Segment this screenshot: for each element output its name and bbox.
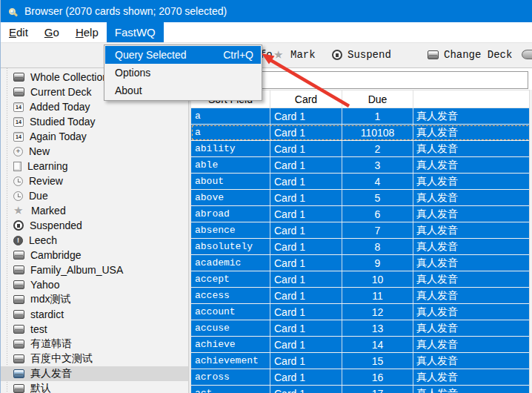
table-row[interactable]: accountCard 112真人发音 [191, 304, 532, 320]
sidebar-item-有道韩语[interactable]: 有道韩语 [1, 337, 188, 351]
sidebar-item-label: Due [29, 190, 48, 202]
table-row[interactable]: aboveCard 15真人发音 [191, 190, 532, 206]
cell-sort: above [191, 190, 270, 205]
deck-icon [13, 384, 24, 393]
menu-item-label: Query Selected [115, 49, 187, 61]
magnifier-icon [9, 8, 16, 15]
table-row[interactable]: aboutCard 14真人发音 [191, 174, 532, 190]
cell-deck: 真人发音 [413, 206, 532, 222]
menu-item-shortcut: Ctrl+Q [223, 49, 253, 61]
sidebar-item-label: Added Today [30, 101, 90, 113]
suspend-button[interactable]: Suspend [332, 43, 391, 67]
page-icon [13, 162, 21, 171]
sidebar-item-默认[interactable]: 默认 [1, 381, 188, 393]
cell-deck: 真人发音 [413, 337, 532, 352]
cell-due: 5 [342, 190, 413, 205]
sidebar-item-marked[interactable]: ★Marked [1, 203, 188, 218]
table-row[interactable]: aCard 11真人发音 [191, 108, 532, 125]
calendar-icon [13, 102, 24, 112]
table-row[interactable]: academicCard 19真人发音 [191, 255, 532, 271]
table-row[interactable]: achievementCard 115真人发音 [191, 353, 532, 369]
sidebar-item-真人发音[interactable]: 真人发音 [1, 366, 188, 381]
table-row[interactable]: accessCard 111真人发音 [191, 288, 532, 304]
sidebar-item-mdx测试[interactable]: mdx测试 [1, 292, 188, 307]
sidebar-item-label: 默认 [30, 382, 51, 393]
sidebar-item-family-album-usa[interactable]: Family_Album_USA [1, 262, 188, 277]
table-row[interactable]: abilityCard 12真人发音 [191, 141, 532, 157]
sidebar-item-again-today[interactable]: Again Today [1, 129, 188, 144]
menu-item-options[interactable]: Options [105, 64, 261, 82]
plus-circle-icon [13, 147, 23, 156]
menu-fastwq[interactable]: FastWQ [107, 22, 164, 42]
sidebar-item-leech[interactable]: Leech [1, 233, 188, 248]
cell-card: Card 1 [270, 206, 342, 222]
sidebar-item-yahoo[interactable]: Yahoo [1, 277, 188, 292]
cell-sort: absence [191, 222, 270, 238]
table-row[interactable]: acrossCard 116真人发音 [191, 369, 532, 386]
vertical-scrollbar[interactable] [529, 90, 532, 393]
sidebar-item-label: Leech [29, 234, 57, 246]
menu-help[interactable]: Help [67, 22, 107, 42]
menu-item-query-selected[interactable]: Query SelectedCtrl+Q [105, 46, 261, 64]
sidebar-item-studied-today[interactable]: Studied Today [1, 114, 188, 129]
partial-toolbar-icon[interactable] [522, 50, 532, 59]
sidebar-item-due[interactable]: Due [1, 188, 188, 203]
sidebar-item-百度中文测试[interactable]: 百度中文测试 [1, 351, 188, 366]
cell-sort: a [191, 125, 270, 140]
sidebar-item-stardict[interactable]: stardict [1, 307, 188, 322]
cell-card: Card 1 [270, 157, 342, 173]
column-header-card[interactable]: Card [270, 90, 342, 108]
sidebar-item-test[interactable]: test [1, 322, 188, 337]
table-row[interactable]: absenceCard 17真人发音 [191, 222, 532, 239]
table-row[interactable]: actCard 117真人发音 [191, 386, 532, 393]
deck-icon [428, 50, 439, 59]
sidebar-item-learning[interactable]: Learning [1, 159, 188, 174]
change-deck-button[interactable]: Change Deck [428, 43, 512, 67]
cell-due: 11 [342, 288, 413, 303]
column-header-deck[interactable] [413, 90, 532, 108]
deck-icon [13, 280, 24, 289]
sidebar-item-added-today[interactable]: Added Today [1, 99, 188, 114]
cell-card: Card 1 [270, 320, 342, 336]
cell-sort: access [191, 288, 270, 303]
cell-card: Card 1 [270, 337, 342, 352]
sidebar-item-label: test [30, 323, 47, 335]
cell-card: Card 1 [270, 108, 342, 124]
sidebar-item-cambridge[interactable]: Cambridge [1, 248, 188, 262]
mark-button[interactable]: ★Mark [273, 43, 316, 67]
sidebar-item-label: Whole Collection [30, 71, 108, 83]
cell-sort: absolutely [191, 239, 270, 254]
table-row[interactable]: achieveCard 114真人发音 [191, 337, 532, 353]
card-list-pane: deck:真人发音 Sort Field Card Due aCard 11真人… [191, 68, 532, 393]
cell-deck: 真人发音 [413, 108, 532, 124]
sidebar-item-review[interactable]: Review [1, 174, 188, 188]
table-row[interactable]: abroadCard 16真人发音 [191, 206, 532, 222]
table-body: aCard 11真人发音aCard 1110108真人发音abilityCard… [191, 108, 532, 393]
pause-circle-icon [13, 220, 24, 231]
mark-label: Mark [290, 49, 316, 61]
cell-card: Card 1 [270, 239, 342, 254]
menu-edit[interactable]: Edit [1, 22, 36, 42]
clock-icon [13, 176, 23, 186]
exclamation-circle-icon [13, 236, 23, 245]
table-row[interactable]: accuseCard 113真人发音 [191, 320, 532, 337]
cell-card: Card 1 [270, 386, 342, 393]
cell-card: Card 1 [270, 125, 342, 140]
sidebar-item-new[interactable]: New [1, 144, 188, 159]
column-header-due[interactable]: Due [342, 90, 413, 108]
sidebar-item-suspended[interactable]: Suspended [1, 218, 188, 233]
sidebar-item-label: New [29, 145, 50, 157]
menu-item-about[interactable]: About [105, 82, 261, 99]
table-row[interactable]: ableCard 13真人发音 [191, 157, 532, 174]
cell-due: 1 [342, 108, 413, 124]
table-row[interactable]: aCard 1110108真人发音 [191, 125, 532, 141]
cell-due: 2 [342, 141, 413, 156]
cell-due: 12 [342, 304, 413, 320]
table-row[interactable]: acceptCard 110真人发音 [191, 271, 532, 288]
menu-go[interactable]: Go [36, 22, 67, 42]
collection-icon [13, 73, 24, 82]
menu-bar: EditGoHelpFastWQ [1, 22, 532, 43]
fastwq-dropdown-menu: Query SelectedCtrl+QOptionsAbout [104, 44, 262, 101]
cell-due: 17 [342, 386, 413, 393]
table-row[interactable]: absolutelyCard 18真人发音 [191, 239, 532, 255]
